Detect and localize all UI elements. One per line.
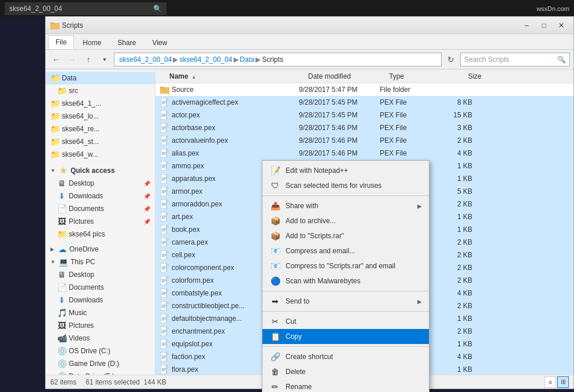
nav-item-documents-pc[interactable]: 📄 Documents <box>46 281 155 294</box>
pex-file-icon <box>160 301 169 310</box>
svg-marker-47 <box>166 199 169 202</box>
context-menu-item[interactable]: ➡Send to▶ <box>262 294 429 309</box>
context-menu-item-icon: ✂ <box>269 316 281 327</box>
context-menu-item[interactable]: 🔗Create shortcut <box>262 349 429 364</box>
refresh-button[interactable]: ↻ <box>444 53 458 66</box>
table-row[interactable]: Source9/28/2017 5:47 PMFile folder <box>155 83 573 96</box>
svg-rect-45 <box>162 193 165 193</box>
nav-item-skse2[interactable]: 📁 skse64_lo... <box>46 110 155 123</box>
nav-item-pictures-pc[interactable]: 🖼 Pictures <box>46 319 155 332</box>
path-segment-2[interactable]: skse64_2_00_04 <box>179 56 232 64</box>
nav-item-data[interactable]: 📁 Data <box>46 72 155 84</box>
svg-rect-49 <box>162 204 166 205</box>
folder-icon: 📁 <box>57 86 66 95</box>
nav-item-desktop-qa[interactable]: 🖥 Desktop 📌 <box>46 177 155 190</box>
nav-item-music[interactable]: 🎵 Music <box>46 306 155 319</box>
address-path[interactable]: skse64_2_00_04 ▶ skse64_2_00_04 ▶ Data ▶… <box>114 53 442 66</box>
context-menu-item[interactable]: 🗑Delete <box>262 364 429 379</box>
nav-item-skse3[interactable]: 📁 skse64_re... <box>46 123 155 135</box>
svg-rect-8 <box>162 101 166 102</box>
nav-item-onedrive[interactable]: ▶ ☁ OneDrive <box>46 243 155 256</box>
file-size: 4 KB <box>438 149 472 157</box>
col-header-type[interactable]: Type <box>389 72 447 80</box>
tab-view[interactable]: View <box>145 36 175 49</box>
forward-button[interactable]: → <box>65 53 79 66</box>
context-menu-item[interactable]: 🔵Scan with Malwarebytes <box>262 273 429 289</box>
nav-item-skse5[interactable]: 📁 skse64_w... <box>46 148 155 161</box>
list-view-button[interactable]: ≡ <box>545 376 556 388</box>
context-menu-item[interactable]: 📧Compress and email... <box>262 243 429 258</box>
table-row[interactable]: actorvalueinfo.pex9/28/2017 5:46 PMPEX F… <box>155 134 573 147</box>
table-row[interactable]: actor.pex9/28/2017 5:45 PMPEX File15 KB <box>155 109 573 121</box>
recent-locations-button[interactable]: ▼ <box>98 53 112 66</box>
svg-rect-104 <box>162 344 166 345</box>
details-view-button[interactable]: ⊞ <box>557 376 569 388</box>
nav-item-downloads-qa[interactable]: ⬇ Downloads 📌 <box>46 190 155 202</box>
tab-home[interactable]: Home <box>75 36 109 49</box>
context-menu-item-label: Send to <box>286 297 413 305</box>
nav-item-skse4[interactable]: 📁 skse64_st... <box>46 135 155 148</box>
file-type: PEX File <box>380 111 438 119</box>
col-header-name[interactable]: Name ▲ <box>169 72 308 80</box>
svg-rect-20 <box>162 129 165 130</box>
maximize-button[interactable]: □ <box>536 19 551 32</box>
col-header-size[interactable]: Size <box>447 72 482 80</box>
nav-item-thispc[interactable]: ▼ 💻 This PC <box>46 256 155 268</box>
svg-rect-54 <box>162 217 166 217</box>
search-icon: 🔍 <box>557 56 566 64</box>
desktop-icon: 🖥 <box>57 270 66 279</box>
back-button[interactable]: ← <box>49 53 63 66</box>
nav-item-documents-qa[interactable]: 📄 Documents 📌 <box>46 202 155 215</box>
file-size: 1 KB <box>438 162 472 170</box>
context-menu-item[interactable]: 🛡Scan selected items for viruses <box>262 178 429 193</box>
pex-file-icon <box>160 174 169 183</box>
up-button[interactable]: ↑ <box>82 53 95 66</box>
table-row[interactable]: actorbase.pex9/28/2017 5:46 PMPEX File3 … <box>155 121 573 134</box>
nav-item-desktop-pc[interactable]: 🖥 Desktop <box>46 268 155 281</box>
col-header-date[interactable]: Date modified <box>308 72 389 80</box>
nav-item-drive-e[interactable]: 💿 Data Drive (E:) <box>46 370 155 375</box>
tab-share[interactable]: Share <box>110 36 143 49</box>
context-menu-item[interactable]: 📋Copy <box>262 329 429 344</box>
search-box[interactable]: Search Scripts 🔍 <box>460 53 570 66</box>
nav-item-drive-d[interactable]: 💿 Game Drive (D:) <box>46 357 155 370</box>
nav-item-pictures-qa[interactable]: 🖼 Pictures 📌 <box>46 215 155 228</box>
svg-marker-107 <box>166 352 169 354</box>
svg-rect-38 <box>162 177 166 178</box>
context-menu-item[interactable]: ✂Cut <box>262 314 429 329</box>
taskbar-search-box[interactable]: skse64_2_00_04 🔍 <box>5 2 166 15</box>
svg-marker-57 <box>166 225 169 227</box>
file-size: 8 KB <box>438 98 472 106</box>
context-menu-item[interactable]: 📦Add to archive... <box>262 213 429 228</box>
svg-marker-7 <box>166 98 169 100</box>
context-menu-item-label: Add to "Scripts.rar" <box>286 232 422 240</box>
close-button[interactable]: ✕ <box>554 19 569 32</box>
context-menu-item[interactable]: 📦Add to "Scripts.rar" <box>262 228 429 243</box>
pex-file-icon <box>160 339 169 349</box>
context-menu-item[interactable]: 📝Edit with Notepad++ <box>262 163 429 178</box>
path-segment-3[interactable]: Data <box>240 56 254 64</box>
nav-item-skse1[interactable]: 📁 skse64_1_... <box>46 97 155 110</box>
folder-icon: 📁 <box>50 150 60 159</box>
context-menu-item[interactable]: ✏Rename <box>262 379 429 392</box>
table-row[interactable]: activemagiceffect.pex9/28/2017 5:45 PMPE… <box>155 96 573 109</box>
svg-rect-15 <box>162 116 165 117</box>
tab-file[interactable]: File <box>48 35 74 49</box>
path-segment-1[interactable]: skse64_2_00_04 <box>119 56 172 64</box>
context-menu-item[interactable]: 📧Compress to "Scripts.rar" and email <box>262 258 429 273</box>
file-size: 2 KB <box>438 136 472 145</box>
nav-item-src[interactable]: 📁 src <box>46 84 155 97</box>
nav-item-downloads-pc[interactable]: ⬇ Downloads <box>46 294 155 306</box>
quick-access-header[interactable]: ▼ ★ Quick access <box>46 164 155 177</box>
svg-rect-19 <box>162 128 166 128</box>
nav-item-videos[interactable]: 📹 Videos <box>46 332 155 345</box>
table-row[interactable]: alias.pex9/28/2017 5:46 PMPEX File4 KB <box>155 147 573 160</box>
minimize-button[interactable]: – <box>519 19 534 32</box>
context-menu-item[interactable]: 📤Share with▶ <box>262 198 429 213</box>
nav-item-skse64pics[interactable]: 📁 skse64 pics <box>46 228 155 241</box>
svg-rect-88 <box>162 305 166 305</box>
path-segment-4[interactable]: Scripts <box>262 56 283 64</box>
nav-item-drive-c[interactable]: 💿 OS Drive (C:) <box>46 345 155 357</box>
folder-icon: 📁 <box>50 99 60 108</box>
column-headers: Name ▲ Date modified Type Size <box>155 69 573 83</box>
